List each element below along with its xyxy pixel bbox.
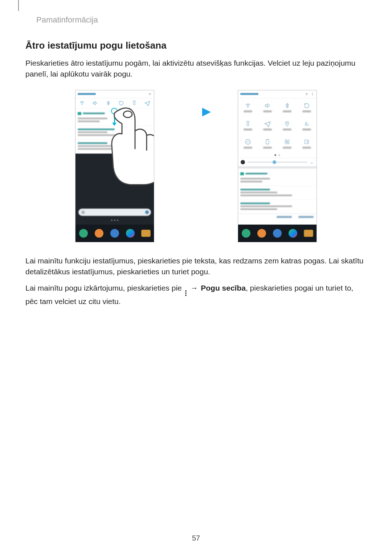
brightness-icon [241,160,245,164]
airplane-icon [144,100,150,106]
google-g-icon: G [81,210,86,215]
notification-card [75,140,154,153]
data-icon [303,120,310,127]
mic-icon [145,210,149,214]
camera-app-icon [304,230,313,237]
svg-point-4 [312,93,313,94]
intro-paragraph: Pieskarieties ātro iestatījumu pogām, la… [25,58,367,80]
arrow-right-inline-icon: → [190,284,198,292]
camera-app-icon [141,230,151,237]
arrow-right-icon [180,107,212,118]
notification-card [238,169,317,186]
notification-card [238,186,317,200]
sound-icon [92,100,98,106]
brightness-slider: ⌄ [238,158,317,167]
page-indicator [75,219,154,221]
google-search-pill: G [78,209,151,216]
svg-point-5 [312,94,313,95]
section-title: Ātro iestatījumu pogu lietošana [25,40,367,51]
reorder-paragraph: Lai mainītu pogu izkārtojumu, pieskariet… [25,283,367,307]
notification-footer [238,214,317,220]
messages-app-icon [95,229,103,238]
sound-icon [264,102,271,109]
svg-rect-10 [266,140,269,144]
app-dock [238,225,317,242]
bluetooth-icon [284,102,290,109]
nfc-icon [284,139,290,145]
svg-point-1 [82,104,82,105]
kebab-icon [311,92,314,96]
page-number: 57 [0,534,392,542]
svg-point-8 [287,123,288,124]
swipe-down-indicator [111,108,118,126]
gear-icon [305,92,309,96]
battery-icon [265,139,270,145]
status-time-blur [78,93,96,95]
flashlight-icon [245,120,251,127]
svg-point-7 [248,107,248,108]
quick-settings-row [75,98,154,108]
svg-point-0 [150,94,151,95]
kebab-icon [185,290,187,296]
location-icon [284,120,290,127]
svg-rect-12 [305,140,309,144]
wifi-icon [79,100,85,106]
rotate-icon [303,102,310,109]
status-bar [75,90,154,98]
illustration-row: G [25,90,367,242]
phone-app-icon [242,229,250,238]
dnd-icon [245,139,251,145]
status-bar [238,90,317,98]
chevron-down-icon: ⌄ [310,160,314,165]
notification-card [75,126,154,140]
bluetooth-icon [105,100,111,106]
rotate-icon [118,100,124,106]
play-store-icon [126,229,135,238]
phone-app-icon [79,229,88,238]
para3-part-a: Lai mainītu pogu izkārtojumu, pieskariet… [25,284,184,292]
page-content: Ātro iestatījumu pogu lietošana Pieskari… [25,40,367,312]
phone-mock-right: ⌄ [238,90,317,242]
para3-bold: Pogu secība [201,284,246,292]
play-store-icon [289,229,297,238]
page-header-section: Pamatinformācija [36,15,98,25]
notification-card [238,200,317,214]
explanation-paragraph: Lai mainītu funkciju iestatījumus, piesk… [25,255,367,278]
svg-point-6 [312,95,313,95]
page-corner-rule [18,0,19,11]
app-dock [75,225,154,242]
quick-settings-grid [238,98,317,153]
wifi-icon [245,102,251,109]
sync-icon [304,139,310,145]
home-screen-dark: G [75,153,154,242]
messages-app-icon [257,229,266,238]
browser-app-icon [110,229,119,238]
browser-app-icon [273,229,282,238]
airplane-icon [264,120,271,127]
status-time-blur [240,93,258,95]
svg-point-3 [306,94,307,95]
phone-mock-left: G [75,90,154,242]
gear-icon [148,92,152,96]
quick-settings-pager [238,153,317,158]
flashlight-icon [131,100,137,106]
